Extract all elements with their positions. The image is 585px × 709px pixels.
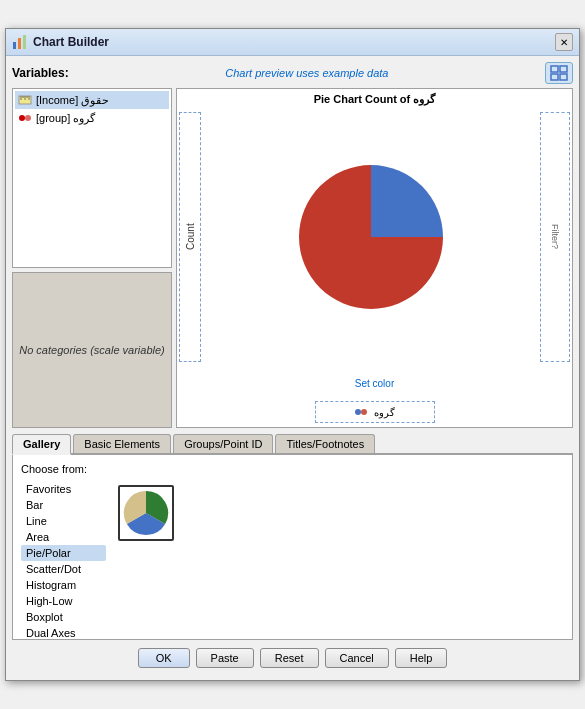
variable-income[interactable]: [Income] حقوق [15,91,169,109]
tab-groups-point-id[interactable]: Groups/Point ID [173,434,273,453]
top-row: Variables: Chart preview uses example da… [12,62,573,84]
chart-type-histogram[interactable]: Histogram [21,577,106,593]
chart-type-dual-axes[interactable]: Dual Axes [21,625,106,641]
variable-income-label: [Income] حقوق [36,94,109,107]
chart-types-list: Favorites Bar Line Area Pie/Polar Scatte… [21,481,106,641]
tabs-row: Gallery Basic Elements Groups/Point ID T… [12,434,573,455]
window-title: Chart Builder [33,35,109,49]
svg-rect-1 [18,38,21,49]
ok-button[interactable]: OK [138,648,190,668]
chart-type-pie-polar[interactable]: Pie/Polar [21,545,106,561]
tab-titles-footnotes[interactable]: Titles/Footnotes [275,434,375,453]
ruler-icon [18,93,32,107]
content-area: Variables: Chart preview uses example da… [6,56,579,680]
button-row: OK Paste Reset Cancel Help [12,640,573,674]
pie-thumb-svg [121,488,171,538]
variables-list[interactable]: [Income] حقوق [group] گروه [12,88,172,268]
variable-group-label: [group] گروه [36,112,95,125]
set-color-label: Set color [355,378,394,389]
svg-point-13 [19,115,25,121]
title-bar-left: Chart Builder [12,34,109,50]
filter-drop-zone[interactable]: Filter? [540,112,570,362]
chart-inner: Count Filter? [177,108,572,366]
categories-panel: No categories (scale variable) [12,272,172,428]
reset-button[interactable]: Reset [260,648,319,668]
chart-type-scatter-dot[interactable]: Scatter/Dot [21,561,106,577]
group-icon [18,111,32,125]
help-button[interactable]: Help [395,648,448,668]
svg-point-14 [25,115,31,121]
tabs-section: Gallery Basic Elements Groups/Point ID T… [12,434,573,640]
categories-text: No categories (scale variable) [19,344,165,356]
gallery-body: Favorites Bar Line Area Pie/Polar Scatte… [21,481,564,641]
expand-icon [550,65,568,81]
chart-area: Pie Chart Count of گروه Count [176,88,573,428]
pie-thumbnail[interactable] [118,485,174,541]
pie-chart [291,157,451,317]
tab-gallery[interactable]: Gallery [12,434,71,455]
tab-basic-elements[interactable]: Basic Elements [73,434,171,453]
choose-from-label: Choose from: [21,463,564,475]
svg-rect-4 [560,66,567,72]
chart-type-area[interactable]: Area [21,529,106,545]
svg-point-15 [355,409,361,415]
chart-type-line[interactable]: Line [21,513,106,529]
paste-button[interactable]: Paste [196,648,254,668]
chart-thumbnails [114,481,564,641]
svg-point-16 [361,409,367,415]
svg-rect-6 [560,74,567,80]
pie-container [203,108,538,366]
svg-rect-3 [551,66,558,72]
cancel-button[interactable]: Cancel [325,648,389,668]
chart-title: Pie Chart Count of گروه [177,89,572,108]
chart-builder-window: Chart Builder ✕ Variables: Chart preview… [5,28,580,681]
legend-text: گروه [374,407,395,418]
title-bar: Chart Builder ✕ [6,29,579,56]
tab-content-gallery: Choose from: Favorites Bar Line Area Pie… [12,455,573,640]
variable-group[interactable]: [group] گروه [15,109,169,127]
y-axis-drop-zone[interactable]: Count [179,112,201,362]
chart-type-boxplot[interactable]: Boxplot [21,609,106,625]
variables-label: Variables: [12,66,69,80]
main-panels: [Income] حقوق [group] گروه No categories… [12,88,573,428]
svg-rect-5 [551,74,558,80]
legend-icon [354,405,368,419]
close-button[interactable]: ✕ [555,33,573,51]
chart-type-favorites[interactable]: Favorites [21,481,106,497]
legend-area[interactable]: گروه [315,401,435,423]
chart-type-high-low[interactable]: High-Low [21,593,106,609]
preview-note: Chart preview uses example data [225,67,388,79]
chart-type-bar[interactable]: Bar [21,497,106,513]
expand-button[interactable] [545,62,573,84]
svg-rect-2 [23,35,26,49]
chart-builder-icon [12,34,28,50]
svg-rect-0 [13,42,16,49]
left-panel: [Income] حقوق [group] گروه No categories… [12,88,172,428]
